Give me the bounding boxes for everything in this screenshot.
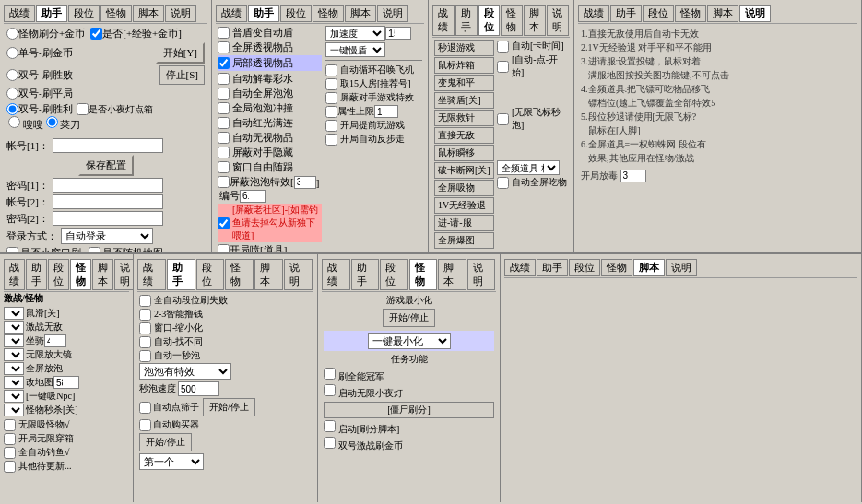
tab-脚本-3[interactable]: 脚本 (524, 5, 546, 36)
input-改地图值[interactable] (53, 376, 79, 389)
select-怪物秒杀[interactable]: ▼ (4, 404, 24, 416)
radio-菜刀[interactable] (46, 116, 58, 128)
tab-助手-4[interactable]: 助手 (610, 5, 642, 22)
tab-战绩-3[interactable]: 战绩 (432, 5, 455, 36)
btab-说明-4[interactable]: 说明 (666, 259, 697, 276)
btn-开始停止-3[interactable]: 开始/停止 (383, 309, 435, 327)
select-登录方式[interactable]: 自动登录 (61, 228, 153, 244)
btab-助手-1[interactable]: 助手 (26, 259, 47, 290)
btab-说明-2[interactable]: 说明 (284, 259, 313, 290)
select-一键吸Npc[interactable]: ▼ (4, 390, 24, 403)
btn-全屏爆图[interactable]: 全屏爆图 (434, 232, 494, 249)
btn-鼠标炸箱[interactable]: 鼠标炸箱 (434, 57, 494, 74)
tab-脚本-1[interactable]: 脚本 (133, 5, 164, 22)
btn-鼠标瞬移[interactable]: 鼠标瞬移 (434, 145, 494, 161)
btn-坐骑盾[interactable]: 坐骑盾[关] (434, 92, 494, 109)
btab-脚本-1[interactable]: 脚本 (92, 259, 113, 290)
select-坐骑[interactable]: ▼ (4, 334, 24, 347)
tab-说明-4[interactable]: 说明 (739, 5, 771, 22)
btab-段位-2[interactable]: 段位 (196, 259, 225, 290)
tab-怪物-4[interactable]: 怪物 (675, 5, 706, 22)
btab-脚本-3[interactable]: 脚本 (438, 259, 466, 290)
btab-怪物-3[interactable]: 怪物 (409, 259, 438, 290)
btn-开始停止-2[interactable]: 开始/停止 (139, 433, 192, 451)
radio-双号刷胜利[interactable] (6, 103, 18, 115)
btab-怪物-1[interactable]: 怪物 (70, 259, 91, 290)
btn-秒退游戏[interactable]: 秒退游戏 (434, 40, 494, 56)
tab-怪物-2[interactable]: 怪物 (313, 5, 344, 22)
btab-说明-1[interactable]: 说明 (114, 259, 134, 290)
tab-脚本-2[interactable]: 脚本 (345, 5, 376, 22)
tab-段位-2[interactable]: 段位 (280, 5, 312, 22)
cb-刷全能冠军[interactable] (324, 368, 336, 380)
cb-自动筛子[interactable] (139, 402, 151, 414)
btab-战绩-1[interactable]: 战绩 (4, 259, 25, 290)
save-config-button[interactable]: 保存配置 (78, 155, 134, 176)
select-改地图[interactable]: ▼ (4, 376, 24, 389)
select-全屏放泡[interactable]: ▼ (4, 362, 24, 375)
btab-段位-4[interactable]: 段位 (569, 259, 600, 276)
input-帐号2[interactable] (53, 194, 163, 209)
btab-脚本-4[interactable]: 脚本 (633, 259, 665, 276)
btn-破卡断网[interactable]: 破卡断网[关] (434, 162, 494, 179)
btab-助手-2[interactable]: 助手 (167, 259, 195, 290)
btn-进请服[interactable]: 进-请-服 (434, 215, 494, 231)
btn-开始停止-1[interactable]: 开始/停止 (203, 398, 255, 416)
tab-战绩-2[interactable]: 战绩 (216, 5, 247, 22)
input-泡泡特效值[interactable] (294, 176, 316, 189)
cb-小窗口刷[interactable] (6, 247, 18, 252)
radio-嗖嗖[interactable] (8, 116, 20, 128)
btab-段位-1[interactable]: 段位 (48, 259, 69, 290)
tab-怪物-3[interactable]: 怪物 (501, 5, 523, 36)
input-密码1[interactable] (53, 178, 163, 193)
btn-直接无敌[interactable]: 直接无敌 (434, 127, 494, 144)
tab-说明-2[interactable]: 说明 (377, 5, 408, 22)
input-开局放毒[interactable] (620, 170, 646, 182)
select-购买第几个[interactable]: 第一个 (139, 453, 204, 470)
radio-单号刷金币[interactable] (6, 47, 18, 59)
input-帐号1[interactable] (53, 138, 163, 153)
input-秒泡速度[interactable] (178, 381, 219, 396)
select-加速度[interactable]: 加速度 (325, 26, 385, 41)
btab-段位-3[interactable]: 段位 (380, 259, 408, 290)
cb-刷分脚本[interactable] (324, 420, 336, 432)
btab-战绩-2[interactable]: 战绩 (137, 259, 166, 290)
select-无限大镜[interactable]: ▼ (4, 348, 24, 361)
cb-小夜灯[interactable] (77, 103, 89, 115)
select-鼠滑[interactable]: ▼ (4, 307, 24, 320)
btn-无限救针[interactable]: 无限救针 (434, 110, 494, 126)
btab-怪物-2[interactable]: 怪物 (225, 259, 254, 290)
btab-脚本-2[interactable]: 脚本 (254, 259, 283, 290)
tab-怪物-1[interactable]: 怪物 (100, 5, 132, 22)
cb-双号激战[interactable] (324, 437, 336, 449)
tab-说明-1[interactable]: 说明 (165, 5, 196, 22)
tab-段位-1[interactable]: 段位 (68, 5, 100, 22)
select-道具栏[interactable]: 全频道具 栏栏 (497, 160, 560, 175)
radio-怪物刷分[interactable] (6, 28, 18, 40)
select-激战无敌[interactable]: ▼ (4, 321, 24, 334)
btn-变鬼和平[interactable]: 变鬼和平 (434, 75, 494, 91)
tab-段位-3[interactable]: 段位 (478, 5, 501, 36)
tab-助手-3[interactable]: 助手 (455, 5, 478, 36)
btab-战绩-4[interactable]: 战绩 (504, 259, 536, 276)
stop-button[interactable]: 停止[S] (159, 65, 205, 85)
cb-自动购买器[interactable] (139, 419, 151, 431)
cb-随机地图[interactable] (89, 247, 100, 252)
tab-助手-1[interactable]: 助手 (36, 5, 67, 22)
select-一键最小化[interactable]: 一键最小化 (368, 333, 451, 349)
radio-双号刷胜败[interactable] (6, 69, 18, 81)
btab-助手-3[interactable]: 助手 (351, 259, 380, 290)
cb-经验金币[interactable] (90, 28, 102, 40)
select-慢盾[interactable]: 一键慢盾 (325, 42, 385, 57)
tab-说明-3[interactable]: 说明 (547, 5, 569, 36)
btn-全屏吸物[interactable]: 全屏吸物 (434, 180, 494, 196)
tab-助手-2[interactable]: 助手 (248, 5, 279, 22)
select-泡泡有特效[interactable]: 泡泡有特效 (139, 363, 231, 380)
input-编号[interactable] (240, 190, 266, 203)
btn-1V无经验退[interactable]: 1V无经验退 (434, 197, 494, 214)
tab-战绩-4[interactable]: 战绩 (578, 5, 609, 22)
input-属性上限[interactable] (374, 105, 398, 118)
input-密码2[interactable] (53, 211, 163, 226)
start-button[interactable]: 开始[Y] (156, 42, 205, 64)
btab-助手-4[interactable]: 助手 (537, 259, 568, 276)
